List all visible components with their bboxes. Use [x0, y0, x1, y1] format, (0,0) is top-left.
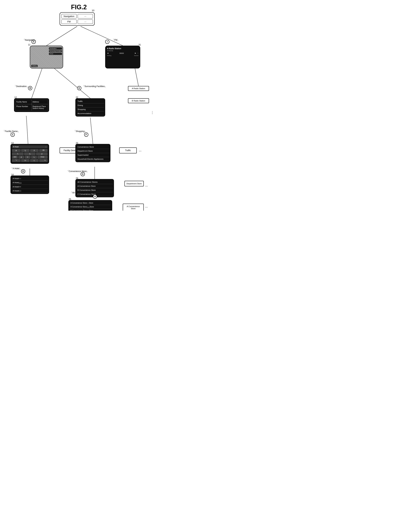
node-13: A Hotel → あ な き ⌫ た な は ABC ま や ら Enter … — [11, 144, 49, 164]
hotel-2[interactable]: A Hotel△△ — [12, 181, 48, 185]
traffic-item[interactable]: Traffic — [76, 99, 104, 103]
svg-line-2 — [32, 68, 42, 98]
node-11: Destination Surrounding Facilities Home … — [30, 46, 63, 68]
radio-a-label: A Radio Station — [132, 87, 145, 90]
shopping-item[interactable]: Shopping — [76, 108, 104, 111]
node-31: A Radio Station 76 80 82 ◄ |||||||||||| … — [105, 46, 140, 68]
fm-dots: ··· — [78, 19, 93, 24]
hotel-3[interactable]: A Hotel×× — [12, 185, 48, 189]
svg-line-5 — [26, 116, 28, 144]
all-conv-branch-label: H — [93, 194, 97, 199]
surrounding-btn[interactable]: Surrounding Facilities — [49, 50, 62, 52]
appliances-item[interactable]: Household Electric Appliances — [76, 157, 109, 161]
radio-title: A Radio Station — [107, 47, 139, 49]
kb-row-3: ABC ま や ら Enter — [12, 156, 48, 159]
hotel-4[interactable]: A Hotel□□ — [12, 189, 48, 193]
key-punct2[interactable]: 、。?! — [39, 159, 48, 162]
key-ta[interactable]: た — [12, 152, 24, 155]
traffic-dots: ··· — [139, 149, 141, 153]
key-ra[interactable]: ら — [31, 156, 37, 159]
facility-name-label: 「Facility Name」 — [3, 130, 20, 133]
key-punct[interactable]: °₀' — [12, 159, 21, 162]
result-2[interactable]: A Convenience Store△△Store — [70, 205, 111, 209]
key-ki[interactable]: き — [30, 149, 39, 152]
next-btn[interactable]: ► — [135, 52, 136, 54]
circle-E: E — [77, 86, 81, 90]
phone-cell[interactable]: Phone Number — [15, 104, 32, 111]
key-ya[interactable]: や — [25, 156, 31, 159]
node-10: 10 Navigation ··· FM ··· — [60, 12, 95, 26]
dots-btn[interactable]: ··· — [137, 52, 139, 54]
kb-row-2: た な は — [12, 152, 48, 155]
node-25: A Convenience Store○○Store A Convenience… — [68, 200, 112, 211]
node-22: Traffic Dining Shopping Accommodation — [75, 98, 105, 117]
key-ma[interactable]: ま — [18, 156, 24, 159]
radio-controls: ◄ |||||||||||| ► ··· — [107, 52, 139, 54]
key-ha[interactable]: は — [36, 152, 48, 155]
conv-store-label: A Convenience Store — [127, 205, 140, 209]
arrow-indicator: → — [45, 146, 47, 148]
a-conv-item[interactable]: A Convenience Store — [76, 184, 113, 188]
key-na[interactable]: な — [21, 149, 30, 152]
svg-line-6 — [90, 118, 93, 144]
address-cell[interactable]: Address — [32, 100, 48, 104]
radio-b-label: B Radio Station — [132, 100, 145, 102]
facility-genre-label: Facility Genre — [64, 149, 77, 152]
node-11-id: 11 — [28, 43, 30, 46]
supermarket-item[interactable]: Supermarket — [76, 153, 109, 157]
key-wa[interactable]: わ — [21, 159, 30, 162]
nav-buttons: Destination Surrounding Facilities Home — [49, 47, 62, 55]
result-1[interactable]: A Convenience Store○○Store — [70, 201, 111, 205]
nav-dots: ··· — [78, 14, 93, 18]
source-label[interactable]: Source — [134, 55, 139, 56]
surr-label: 「Surrounding Facilities」 — [82, 85, 107, 88]
all-conv-item[interactable]: All Convenience Stores — [76, 180, 113, 184]
kb-row-1: あ な き ⌫ — [12, 149, 48, 152]
node-radio-a: A Radio Station — [128, 86, 149, 91]
facility-name-cell[interactable]: Facility Name — [15, 100, 32, 104]
nav-cell[interactable]: Navigation — [61, 14, 77, 18]
facility-name-branch-label: C — [11, 132, 15, 137]
fm-branch-label: I — [105, 40, 109, 44]
circle-C: C — [11, 132, 15, 137]
all-conv-label: 「All Convenience Stores」 — [70, 191, 96, 194]
destination-btn[interactable]: Destination — [49, 47, 62, 50]
setting-btn[interactable]: Setting — [31, 65, 38, 67]
key-del[interactable]: ⌫ — [39, 149, 48, 152]
node-radio-b: B Radio Station — [128, 98, 149, 103]
key-abc[interactable]: ABC — [12, 156, 18, 159]
circle-D: D — [21, 169, 25, 173]
node-10-id: 10 — [92, 9, 94, 12]
dept-store-label: Department Store — [127, 183, 142, 185]
node-conv-store-box: A Convenience Store — [123, 203, 144, 211]
signal-bars: |||||||||||| — [109, 52, 134, 54]
accommodation-item[interactable]: Accommodation — [76, 111, 104, 115]
key-enter[interactable]: Enter — [37, 156, 48, 159]
hotel-1[interactable]: A Hotel○○ — [12, 177, 48, 181]
dept-store-item[interactable]: Department Store — [76, 149, 109, 153]
search-bar: A Hotel → — [12, 145, 48, 148]
svg-line-0 — [47, 26, 77, 46]
node-dept-store: Department Store — [124, 181, 144, 186]
key-na2[interactable]: な — [24, 152, 36, 155]
key-a[interactable]: あ — [12, 149, 21, 152]
search-text: A Hotel — [13, 146, 19, 148]
conv-store-item[interactable]: Convenience Store — [76, 145, 109, 149]
search-history-cell[interactable]: Registered Place Search History — [32, 104, 48, 111]
kb-row-4: °₀' わ ん 、。?! — [12, 159, 48, 162]
surr-branch-label: E — [77, 86, 81, 90]
circle-I: I — [105, 40, 109, 44]
menu-grid: Navigation ··· FM ··· — [61, 14, 93, 24]
a-hotel-branch-label: D — [21, 169, 25, 173]
traffic-label: Traffic — [125, 149, 131, 152]
key-n[interactable]: ん — [30, 159, 39, 162]
result-3[interactable]: B Convenience Store××Store — [70, 209, 111, 211]
dest-label: 「Destination」 — [14, 85, 29, 88]
setting-label[interactable]: Setting — [107, 55, 111, 56]
conv-label: 「Convenience Store」 — [67, 170, 89, 173]
fm-cell[interactable]: FM — [61, 19, 77, 24]
home-btn[interactable]: Home — [49, 53, 62, 55]
circle-F: F — [84, 132, 88, 137]
dining-item[interactable]: Dining — [76, 103, 104, 108]
prev-btn[interactable]: ◄ — [107, 52, 109, 54]
